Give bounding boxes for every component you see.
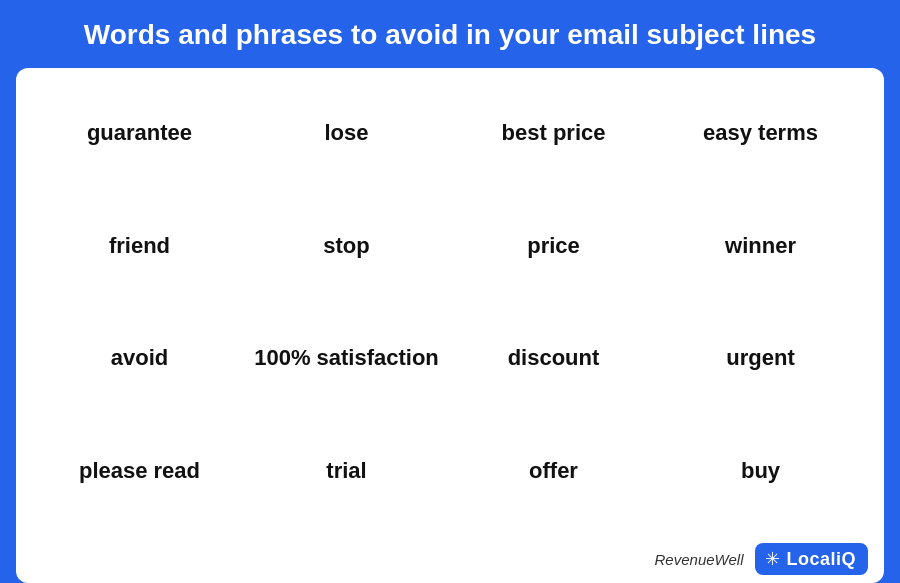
word-label: guarantee: [87, 119, 192, 148]
grid-item: avoid: [36, 302, 243, 414]
words-grid: guaranteelosebest priceeasy termsfriends…: [16, 68, 884, 537]
word-label: easy terms: [703, 119, 818, 148]
word-label: friend: [109, 232, 170, 261]
grid-item: trial: [243, 415, 450, 527]
word-label: stop: [323, 232, 369, 261]
grid-item: best price: [450, 78, 657, 190]
word-label: avoid: [111, 344, 168, 373]
grid-item: buy: [657, 415, 864, 527]
grid-item: please read: [36, 415, 243, 527]
grid-item: friend: [36, 190, 243, 302]
word-label: 100% satisfaction: [254, 344, 439, 373]
card-footer: RevenueWell ✳ LocaliQ: [16, 537, 884, 583]
grid-item: stop: [243, 190, 450, 302]
grid-item: offer: [450, 415, 657, 527]
word-label: discount: [508, 344, 600, 373]
word-label: trial: [326, 457, 366, 486]
grid-item: lose: [243, 78, 450, 190]
grid-item: easy terms: [657, 78, 864, 190]
word-label: please read: [79, 457, 200, 486]
page-header: Words and phrases to avoid in your email…: [0, 0, 900, 68]
grid-item: discount: [450, 302, 657, 414]
localiq-icon: ✳: [765, 548, 780, 570]
grid-item: guarantee: [36, 78, 243, 190]
grid-item: 100% satisfaction: [243, 302, 450, 414]
localiq-logo: ✳ LocaliQ: [755, 543, 868, 575]
word-label: winner: [725, 232, 796, 261]
grid-item: price: [450, 190, 657, 302]
word-label: offer: [529, 457, 578, 486]
word-label: best price: [502, 119, 606, 148]
word-label: urgent: [726, 344, 794, 373]
grid-item: winner: [657, 190, 864, 302]
localiq-brand-name: LocaliQ: [786, 549, 856, 570]
page-title: Words and phrases to avoid in your email…: [20, 18, 880, 52]
grid-item: urgent: [657, 302, 864, 414]
attribution-label: RevenueWell: [655, 551, 744, 568]
word-label: buy: [741, 457, 780, 486]
main-card: guaranteelosebest priceeasy termsfriends…: [16, 68, 884, 583]
word-label: price: [527, 232, 580, 261]
word-label: lose: [324, 119, 368, 148]
